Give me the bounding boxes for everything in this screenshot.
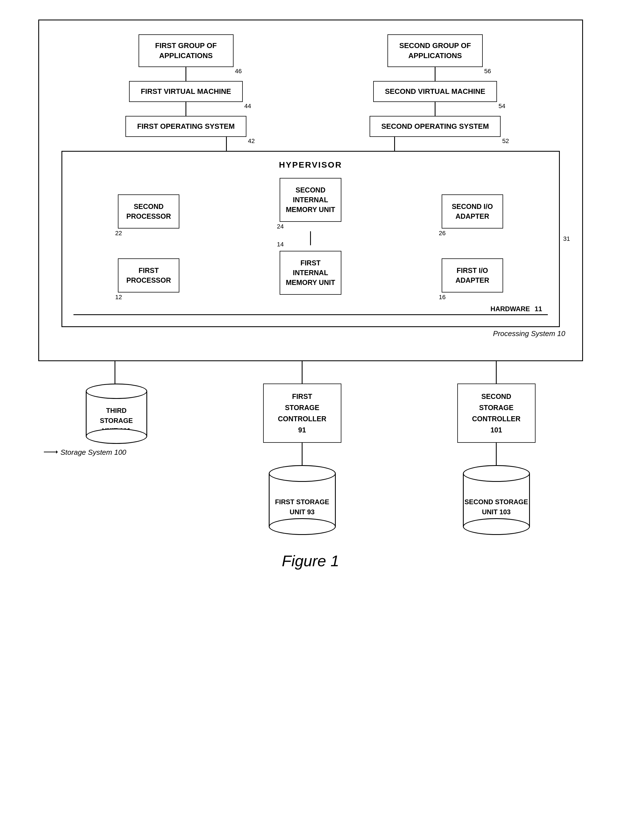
first-os-label: FIRST OPERATING SYSTEM [137,122,235,130]
second-memory-box: SECOND INTERNAL MEMORY UNIT [280,178,341,222]
first-memory-cell: 14 FIRST INTERNAL MEMORY UNIT [235,251,386,295]
second-io-ref: 26 [439,230,445,237]
first-controller-column: FIRST STORAGE CONTROLLER 91 FIRST STORAG… [255,361,350,535]
second-processor-ref: 22 [115,230,122,237]
hypervisor-ref: 31 [563,235,570,242]
third-storage-column: THIRD STORAGE UNIT 111 [77,361,156,444]
hardware-label: HARDWARE 11 [491,305,542,313]
second-vm-label: SECOND VIRTUAL MACHINE [385,87,485,95]
first-processor-box: FIRST PROCESSOR [118,259,179,292]
first-io-ref: 16 [439,294,445,301]
second-group-apps-label: SECOND GROUP OF APPLICATIONS [399,41,471,60]
hypervisor-title: HYPERVISOR [73,160,548,170]
second-os-ref: 52 [502,138,509,145]
storage-section: THIRD STORAGE UNIT 111 FIRST STORAGE CON… [38,361,583,535]
second-group-apps-ref: 56 [484,68,491,75]
second-io-cell: SECOND I/O ADAPTER 26 [397,178,548,245]
second-os-box: SECOND OPERATING SYSTEM [370,116,501,137]
second-os-label: SECOND OPERATING SYSTEM [381,122,489,130]
storage-system-label: Storage System 100 [44,448,127,457]
first-memory-box: FIRST INTERNAL MEMORY UNIT [280,251,341,295]
third-storage-unit-cylinder: THIRD STORAGE UNIT 111 [86,384,147,444]
second-controller-column: SECOND STORAGE CONTROLLER 101 SECOND STO… [449,361,544,535]
first-os-ref: 42 [248,138,255,145]
second-io-box: SECOND I/O ADAPTER [442,194,503,229]
second-memory-ref: 24 [277,223,283,230]
processing-system-label: Processing System 10 [61,329,565,338]
second-processor-box: SECOND PROCESSOR [118,194,179,229]
figure-label: Figure 1 [17,552,604,570]
right-top-column: SECOND GROUP OF APPLICATIONS 56 SECOND V… [354,34,516,137]
first-storage-unit-label: FIRST STORAGE UNIT 93 [275,497,329,517]
svg-marker-1 [56,450,58,454]
first-io-box: FIRST I/O ADAPTER [442,259,503,292]
first-processor-cell: FIRST PROCESSOR 12 [73,256,224,295]
second-storage-unit-cylinder: SECOND STORAGE UNIT 103 [463,465,530,535]
first-vm-label: FIRST VIRTUAL MACHINE [141,87,231,95]
first-memory-ref-above: 14 [277,241,283,248]
second-vm-ref: 54 [499,103,505,110]
second-vm-box: SECOND VIRTUAL MACHINE [373,81,497,102]
page: FIRST GROUP OF APPLICATIONS 46 FIRST VIR… [17,11,604,835]
first-os-box: FIRST OPERATING SYSTEM [126,116,246,137]
second-group-apps-box: SECOND GROUP OF APPLICATIONS [388,34,483,67]
second-storage-controller-box: SECOND STORAGE CONTROLLER 101 [457,384,536,443]
second-processor-cell: SECOND PROCESSOR 22 [73,178,224,245]
first-group-apps-ref: 46 [235,68,242,75]
second-storage-unit-label: SECOND STORAGE UNIT 103 [465,497,528,517]
first-group-apps-box: FIRST GROUP OF APPLICATIONS [139,34,233,67]
first-vm-ref: 44 [244,103,251,110]
first-processor-ref: 12 [115,294,122,301]
second-memory-cell: SECOND INTERNAL MEMORY UNIT 24 [235,178,386,245]
first-group-apps-label: FIRST GROUP OF APPLICATIONS [155,41,217,60]
hypervisor-box: HYPERVISOR 31 SECOND PROCESSOR 22 [61,151,560,327]
first-vm-box: FIRST VIRTUAL MACHINE [129,81,243,102]
first-io-cell: FIRST I/O ADAPTER 16 [397,256,548,295]
left-top-column: FIRST GROUP OF APPLICATIONS 46 FIRST VIR… [105,34,267,137]
first-storage-unit-cylinder: FIRST STORAGE UNIT 93 [269,465,336,535]
first-storage-controller-box: FIRST STORAGE CONTROLLER 91 [263,384,341,443]
